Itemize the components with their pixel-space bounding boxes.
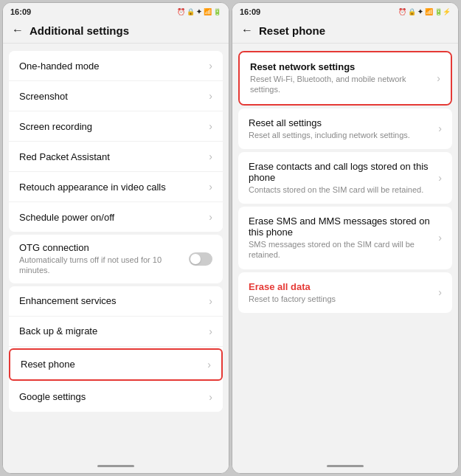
left-status-icons: ⏰ 🔒 ✦ 📶 🔋 — [177, 8, 221, 15]
otg-title: OTG connection — [19, 242, 189, 253]
left-item-retouch[interactable]: Retouch appearance in video calls › — [9, 172, 223, 202]
home-indicator — [327, 465, 364, 467]
left-item-red-packet[interactable]: Red Packet Assistant › — [9, 142, 223, 172]
right-page-title: Reset phone — [259, 24, 325, 37]
chevron-icon: › — [209, 295, 212, 307]
right-section-erase-sms: Erase SMS and MMS messages stored on thi… — [238, 207, 452, 269]
alarm-icon: ⏰ — [398, 8, 406, 15]
left-otg-section: OTG connection Automatically turns off i… — [9, 235, 223, 283]
left-item-enhancement[interactable]: Enhancement services › — [9, 286, 223, 317]
chevron-icon: › — [209, 60, 212, 72]
bluetooth-icon: ✦ — [196, 8, 202, 15]
otg-row: OTG connection Automatically turns off i… — [19, 242, 212, 276]
chevron-icon: › — [209, 391, 212, 403]
chevron-icon: › — [209, 325, 212, 337]
left-bottom-bar — [3, 458, 229, 473]
chevron-icon: › — [437, 72, 440, 84]
right-section-erase-contacts: Erase contacts and call logs stored on t… — [238, 152, 452, 204]
left-panel: 16:09 ⏰ 🔒 ✦ 📶 🔋 ← Additional settings On… — [2, 2, 229, 474]
left-item-reset-phone[interactable]: Reset phone › — [9, 348, 223, 381]
left-content: One-handed mode › Screenshot › Screen re… — [3, 44, 229, 458]
chevron-icon: › — [209, 151, 212, 162]
otg-text: OTG connection Automatically turns off i… — [19, 242, 189, 276]
chevron-icon: › — [209, 120, 212, 132]
battery-icon: 🔋⚡ — [434, 8, 451, 15]
left-section-1: One-handed mode › Screenshot › Screen re… — [9, 51, 223, 232]
chevron-icon: › — [438, 123, 442, 134]
chevron-icon: › — [438, 232, 442, 244]
left-item-screenshot[interactable]: Screenshot › — [9, 81, 223, 111]
chevron-icon: › — [209, 181, 212, 193]
right-item-reset-network[interactable]: Reset network settings Reset Wi-Fi, Blue… — [240, 52, 451, 104]
left-item-screen-recording[interactable]: Screen recording › — [9, 111, 223, 142]
right-content: Reset network settings Reset Wi-Fi, Blue… — [232, 44, 458, 458]
alarm-icon: ⏰ — [177, 8, 185, 15]
right-item-erase-contacts[interactable]: Erase contacts and call logs stored on t… — [238, 152, 452, 204]
right-item-erase-all[interactable]: Erase all data Reset to factory settings… — [238, 272, 452, 313]
left-status-bar: 16:09 ⏰ 🔒 ✦ 📶 🔋 — [3, 3, 229, 19]
left-back-button[interactable]: ← — [12, 24, 24, 37]
otg-toggle[interactable] — [189, 252, 212, 266]
wifi-icon: 🔒 — [187, 8, 195, 15]
right-item-reset-all[interactable]: Reset all settings Reset all settings, i… — [238, 108, 452, 149]
left-section-2: Enhancement services › Back up & migrate… — [9, 286, 223, 412]
right-section-reset-network: Reset network settings Reset Wi-Fi, Blue… — [238, 51, 452, 106]
right-page-header: ← Reset phone — [232, 19, 458, 44]
right-back-button[interactable]: ← — [241, 24, 253, 37]
home-indicator — [97, 465, 134, 467]
left-time: 16:09 — [10, 7, 31, 16]
wifi-icon: 🔒 — [408, 8, 416, 15]
chevron-icon: › — [438, 286, 442, 298]
battery-icon: 🔋 — [213, 8, 221, 15]
right-bottom-bar — [232, 458, 458, 473]
right-section-reset-all: Reset all settings Reset all settings, i… — [238, 108, 452, 149]
left-page-header: ← Additional settings — [3, 19, 229, 44]
network-icon: 📶 — [425, 8, 433, 15]
right-time: 16:09 — [240, 7, 260, 16]
right-section-erase-all: Erase all data Reset to factory settings… — [238, 272, 452, 313]
right-panel: 16:09 ⏰ 🔒 ✦ 📶 🔋⚡ ← Reset phone Reset net… — [232, 2, 459, 474]
right-item-erase-sms[interactable]: Erase SMS and MMS messages stored on thi… — [238, 207, 452, 269]
right-status-icons: ⏰ 🔒 ✦ 📶 🔋⚡ — [398, 8, 451, 15]
left-page-title: Additional settings — [30, 24, 129, 37]
otg-subtitle: Automatically turns off if not used for … — [19, 255, 189, 276]
network-icon: 📶 — [204, 8, 212, 15]
left-item-google-settings[interactable]: Google settings › — [9, 382, 223, 412]
left-item-one-handed[interactable]: One-handed mode › — [9, 51, 223, 81]
chevron-icon: › — [209, 90, 212, 102]
left-item-schedule-power[interactable]: Schedule power on/off › — [9, 202, 223, 232]
chevron-icon: › — [207, 359, 211, 370]
chevron-icon: › — [209, 211, 212, 223]
bluetooth-icon: ✦ — [417, 8, 423, 15]
right-status-bar: 16:09 ⏰ 🔒 ✦ 📶 🔋⚡ — [232, 3, 458, 19]
left-item-backup[interactable]: Back up & migrate › — [9, 317, 223, 347]
chevron-icon: › — [438, 172, 442, 184]
